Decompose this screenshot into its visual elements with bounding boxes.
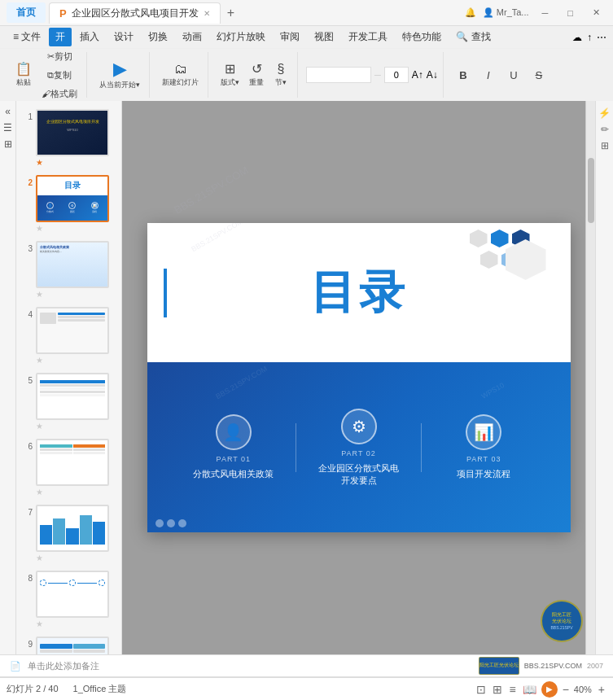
menu-insert[interactable]: 插入 [73,28,106,46]
corner-logo: 阳光工匠光伏论坛 BBS.21SPV [541,600,583,642]
bold-button[interactable]: B [452,67,475,84]
menu-file[interactable]: ≡ 文件 [7,28,47,46]
zoom-out-button[interactable]: − [561,681,571,698]
reading-view-button[interactable]: 📖 [521,681,538,698]
normal-view-button[interactable]: ⊡ [475,681,488,698]
menu-review[interactable]: 审阅 [274,28,306,46]
home-tab[interactable]: 首页 [7,2,46,23]
slide-star-4[interactable]: ★ [36,356,44,365]
menu-search[interactable]: 🔍 查找 [449,28,497,46]
menu-slideshow[interactable]: 幻灯片放映 [210,28,272,46]
minimize-button[interactable]: ─ [536,7,555,20]
grid-icon[interactable]: ⊞ [4,138,12,150]
reset-icon: ↺ [252,63,262,76]
layout-group: ⊞ 版式▾ ↺ 重量 § 节▾ [212,52,298,98]
slide-star-5[interactable]: ★ [36,422,44,431]
slide-thumb-5[interactable] [36,373,109,420]
zoom-in-button[interactable]: + [597,681,606,698]
title-bar-right: 🔔 👤 Mr_Ta... ─ □ ✕ [465,6,606,20]
paste-label: 粘贴 [16,77,31,88]
corner-logo-text: 阳光工匠光伏论坛 [552,612,571,625]
right-panel-icon-1[interactable]: ⚡ [598,107,611,119]
part-2-icon: ⚙ [341,409,377,444]
menu-special[interactable]: 特色功能 [396,28,448,46]
play-from-button[interactable]: ▶ 从当前开始▾ [95,58,144,93]
play-from-label: 从当前开始▾ [99,80,140,90]
part-1-title: 分散式风电相关政策 [193,468,274,480]
logo-url: BBS.21SPV.COM [524,662,582,670]
maximize-button[interactable]: □ [561,7,580,20]
copy-button[interactable]: ⧉ 复制 [37,67,81,84]
more-icon[interactable]: ⋯ [597,32,606,43]
menu-open-active[interactable]: 开 [49,28,72,46]
paste-button[interactable]: 📋 粘贴 [11,60,36,90]
add-tab-button[interactable]: + [227,6,234,20]
share-icon[interactable]: ↑ [587,32,592,43]
slide-num-6: 6 [21,442,33,451]
menu-animation[interactable]: 动画 [176,28,208,46]
outline-view-button[interactable]: ≡ [507,681,517,698]
part-1-num: PART 01 [217,455,252,463]
slide-star-6[interactable]: ★ [36,488,44,497]
slide-info: 幻灯片 2 / 40 [7,683,59,695]
cut-button[interactable]: ✂ 剪切 [37,48,81,65]
slide-star-1[interactable]: ★ [36,158,44,167]
sorter-view-button[interactable]: ⊞ [491,681,504,698]
slide-thumb-3[interactable]: 分散式风电相关政策 相关政策文件内容... [36,241,109,288]
font-size-down-button[interactable]: A↓ [427,69,438,81]
slide-bottom-section: 👤 PART 01 分散式风电相关政策 ⚙ PART 02 企业园区分散式风电开… [147,362,571,532]
collapse-icon[interactable]: « [5,106,11,117]
section-button[interactable]: § 节▾ [269,60,292,90]
italic-button[interactable]: I [477,67,500,84]
menu-view[interactable]: 视图 [308,28,340,46]
slide-num-9: 9 [21,640,33,649]
menu-dev[interactable]: 开发工具 [342,28,394,46]
menu-design[interactable]: 设计 [107,28,140,46]
close-button[interactable]: ✕ [586,6,606,20]
slide-star-2[interactable]: ★ [36,224,44,233]
paste-icon: 📋 [15,63,32,76]
scrollbar-thumb-v[interactable] [588,158,594,223]
format-button[interactable]: 🖌 格式刷 [37,85,81,103]
new-slide-button[interactable]: 🗂 新建幻灯片 [158,60,203,90]
slide-thumb-7[interactable] [36,505,109,552]
right-panel-icon-2[interactable]: ✏ [601,124,609,135]
layout-button[interactable]: ⊞ 版式▾ [217,60,243,90]
font-size-input[interactable] [384,67,409,83]
note-bar-right: 阳光工匠光伏论坛 BBS.21SPV.COM 2007 [479,657,603,675]
menu-bar: ≡ 文件 开 插入 设计 切换 动画 幻灯片放映 审阅 视图 开发工具 特色功能… [0,26,613,49]
doc-tab[interactable]: P 企业园区分散式风电项目开发 ✕ [49,2,221,24]
slide-thumb-2[interactable]: 目录 👤 分散式 ⚙ 园区 📊 [36,175,109,222]
slide-star-3[interactable]: ★ [36,290,44,299]
format-group: B I U S [447,52,555,98]
theme-info: 1_Office 主题 [73,683,127,695]
font-name-input[interactable] [306,67,371,83]
slide-thumb-9[interactable] [36,637,109,654]
slide-star-8[interactable]: ★ [36,619,44,628]
slide-star-7[interactable]: ★ [36,553,44,562]
note-placeholder[interactable]: 单击此处添加备注 [28,660,99,672]
font-size-up-button[interactable]: A↑ [412,69,423,81]
underline-button[interactable]: U [502,67,525,84]
play-button[interactable]: ▶ [541,681,558,698]
user-avatar[interactable]: 👤 Mr_Ta... [483,7,529,18]
list-icon[interactable]: ☰ [3,122,12,133]
strikethrough-button[interactable]: S [528,67,550,84]
slide-thumb-6[interactable] [36,439,109,486]
menu-transition[interactable]: 切换 [142,28,174,46]
reset-button[interactable]: ↺ 重量 [245,60,268,90]
right-panel-icon-3[interactable]: ⊞ [601,140,609,151]
zoom-level: 40% [574,685,593,694]
slide-canvas[interactable]: 目录 [147,223,571,532]
slide-top-section: 目录 [147,223,571,362]
slide-thumb-1[interactable]: 企业园区分散式风电项目开发 WPS10 [36,109,109,156]
vertical-scrollbar[interactable] [585,101,595,654]
slide-thumb-4[interactable] [36,307,109,354]
slide-num-1: 1 [21,112,33,121]
part-2-title: 企业园区分散式风电开发要点 [318,462,400,487]
slide-thumb-8[interactable] [36,571,109,618]
format-label: 格式刷 [50,88,77,100]
slide-watermark-2: BBS.21SPV.COM [214,365,269,400]
tab-close-icon[interactable]: ✕ [204,9,210,18]
title-bar: 首页 P 企业园区分散式风电项目开发 ✕ + 🔔 👤 Mr_Ta... ─ □ … [0,0,613,26]
